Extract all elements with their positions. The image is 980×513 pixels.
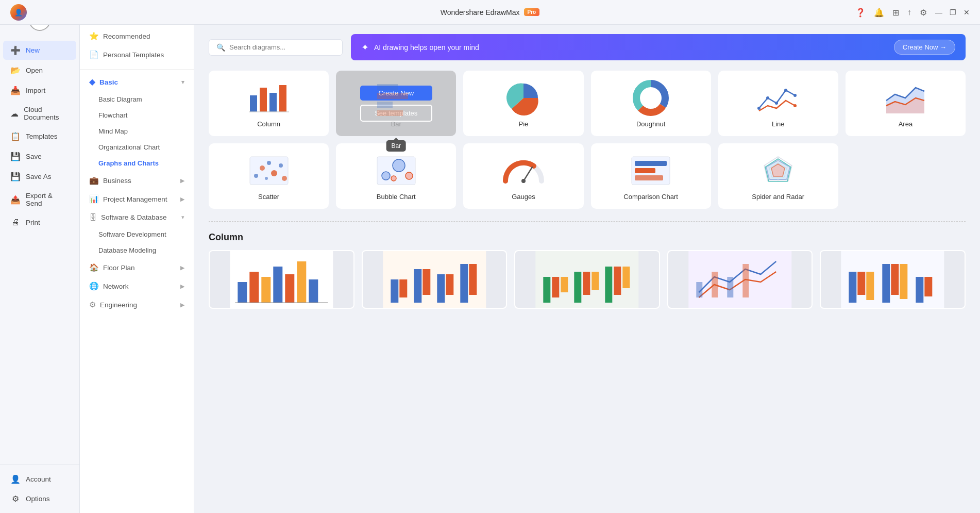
ai-create-now-button[interactable]: Create Now → <box>894 40 955 55</box>
svg-rect-67 <box>460 264 468 303</box>
svg-rect-89 <box>891 264 899 295</box>
svg-rect-39 <box>635 168 655 173</box>
share-icon[interactable]: ↑ <box>907 8 911 17</box>
svg-rect-77 <box>614 267 621 295</box>
user-avatar[interactable]: 👤 <box>10 4 27 21</box>
sidebar-label-saveas: Save As <box>26 173 52 180</box>
chart-card-bar[interactable]: Create New See templates Bar Bar <box>336 71 456 136</box>
bubble-label: Bubble Chart <box>377 193 416 201</box>
chart-card-line[interactable]: Line <box>718 71 838 136</box>
svg-rect-5 <box>377 84 398 90</box>
nav-project-label: Project Management <box>103 195 167 203</box>
svg-rect-6 <box>377 93 408 99</box>
nav-business[interactable]: 💼 Business ▶ <box>80 171 194 190</box>
app-title-text: Wondershare EdrawMax <box>441 8 520 16</box>
nav-basic[interactable]: ◆ Basic ▾ <box>80 73 194 91</box>
engineering-chevron: ▶ <box>180 302 184 308</box>
template-card-2[interactable] <box>362 250 508 309</box>
search-input[interactable] <box>229 43 335 51</box>
svg-point-19 <box>793 104 797 107</box>
sidebar-item-open[interactable]: 📂 Open <box>3 61 76 80</box>
sidebar-item-export[interactable]: 📤 Export & Send <box>3 187 76 212</box>
sidebar-bottom: 👤 Account ⚙ Options <box>0 465 79 513</box>
nav-project[interactable]: 📊 Project Management ▶ <box>80 190 194 208</box>
template-card-4[interactable] <box>667 250 813 309</box>
svg-rect-91 <box>916 277 924 303</box>
nav-engineering[interactable]: ⚙ Engineering ▶ <box>80 295 194 314</box>
svg-point-34 <box>391 176 396 181</box>
bell-icon[interactable]: 🔔 <box>874 8 884 18</box>
template-card-3[interactable] <box>514 250 660 309</box>
nav-software-dev[interactable]: Software Development <box>80 226 194 242</box>
scatter-icon <box>246 153 292 189</box>
nav-graphs-charts[interactable]: Graphs and Charts <box>80 155 194 171</box>
sidebar-item-new[interactable]: ➕ New <box>3 41 76 60</box>
business-icon: 💼 <box>89 176 99 185</box>
chart-card-scatter[interactable]: Scatter <box>209 143 329 209</box>
template-card-5[interactable] <box>820 250 966 309</box>
chart-grid: Column Create New See templates Bar <box>209 71 966 209</box>
sidebar-item-cloud[interactable]: ☁ Cloud Documents <box>3 101 76 126</box>
svg-rect-85 <box>849 272 857 303</box>
svg-rect-71 <box>552 277 559 297</box>
svg-rect-0 <box>250 95 257 112</box>
import-icon: 📥 <box>10 86 21 95</box>
nav-recommended[interactable]: ⭐ Recommended <box>80 27 194 45</box>
nav-personal-label: Personal Templates <box>103 51 164 59</box>
template-card-1[interactable] <box>209 250 354 309</box>
nav-mind-map[interactable]: Mind Map <box>80 123 194 139</box>
svg-rect-78 <box>622 267 630 288</box>
nav-network[interactable]: 🌐 Network ▶ <box>80 277 194 295</box>
title-left: 👤 <box>10 0 27 25</box>
area-icon <box>882 80 928 116</box>
close-button[interactable]: ✕ <box>964 8 970 16</box>
svg-point-15 <box>766 96 769 100</box>
nav-floor-plan[interactable]: 🏠 Floor Plan ▶ <box>80 258 194 277</box>
sidebar-item-print[interactable]: 🖨 Print <box>3 213 76 231</box>
svg-rect-70 <box>543 277 550 303</box>
settings-icon[interactable]: ⚙ <box>920 8 927 18</box>
chart-card-pie[interactable]: Pie <box>463 71 583 136</box>
maximize-button[interactable]: ❐ <box>950 8 956 16</box>
chart-card-gauges[interactable]: Gauges <box>463 143 583 209</box>
svg-rect-86 <box>858 272 866 295</box>
project-chevron: ▶ <box>180 196 184 203</box>
chart-card-bubble[interactable]: Bubble Chart <box>336 143 456 209</box>
scatter-label: Scatter <box>258 193 279 201</box>
nav-flowchart[interactable]: Flowchart <box>80 107 194 123</box>
plus-icon: ➕ <box>10 45 21 55</box>
svg-rect-7 <box>377 102 393 108</box>
svg-rect-82 <box>727 277 733 297</box>
apps-icon[interactable]: ⊞ <box>892 8 899 18</box>
bubble-icon <box>373 153 419 189</box>
nav-software[interactable]: 🗄 Software & Database ▾ <box>80 208 194 226</box>
sidebar-item-import[interactable]: 📥 Import <box>3 81 76 100</box>
sidebar-item-options[interactable]: ⚙ Options <box>3 489 76 508</box>
chart-card-area[interactable]: Area <box>846 71 966 136</box>
nav-org-chart[interactable]: Organizational Chart <box>80 139 194 155</box>
svg-point-33 <box>405 172 413 179</box>
chart-card-doughnut[interactable]: Doughnut <box>591 71 711 136</box>
svg-point-28 <box>282 176 287 181</box>
sidebar-label-account: Account <box>26 475 51 483</box>
chart-card-comparison[interactable]: Comparison Chart <box>591 143 711 209</box>
chart-card-column[interactable]: Column <box>209 71 329 136</box>
minimize-button[interactable]: — <box>935 8 942 16</box>
sidebar-item-account[interactable]: 👤 Account <box>3 470 76 489</box>
sidebar-item-templates[interactable]: 📋 Templates <box>3 127 76 146</box>
help-icon[interactable]: ❓ <box>855 8 866 18</box>
nav-basic-diagram[interactable]: Basic Diagram <box>80 91 194 107</box>
saveas-icon: 💾 <box>10 172 21 181</box>
area-label: Area <box>899 120 913 128</box>
nav-db-modeling[interactable]: Database Modeling <box>80 242 194 258</box>
nav-personal[interactable]: 📄 Personal Templates <box>80 45 194 64</box>
svg-point-23 <box>254 174 258 178</box>
content-area: 🔍 ✦ AI drawing helps open your mind Crea… <box>194 25 980 513</box>
spider-icon <box>755 153 801 189</box>
sidebar-item-save[interactable]: 💾 Save <box>3 147 76 166</box>
svg-rect-81 <box>712 272 718 297</box>
sidebar-item-saveas[interactable]: 💾 Save As <box>3 167 76 186</box>
search-box[interactable]: 🔍 <box>209 39 343 56</box>
chart-card-spider[interactable]: Spider and Radar <box>718 143 838 209</box>
svg-rect-74 <box>583 272 590 295</box>
